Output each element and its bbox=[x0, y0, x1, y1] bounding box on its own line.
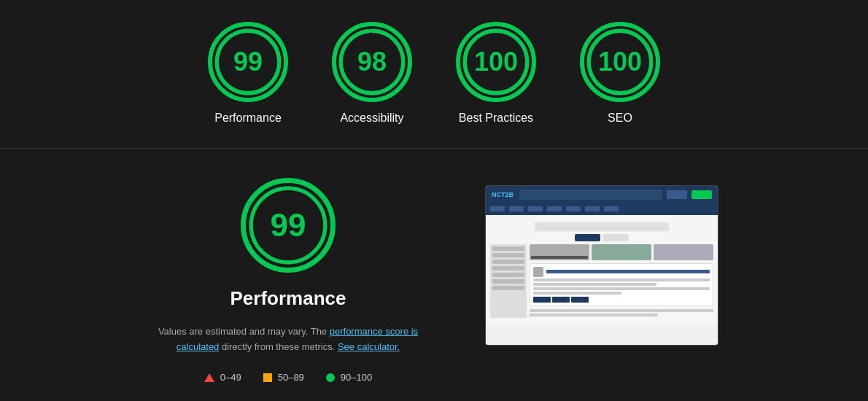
fail-icon bbox=[204, 373, 214, 382]
score-circle-accessibility: 98 bbox=[332, 22, 412, 102]
legend-average: 50–89 bbox=[263, 372, 304, 383]
score-circle-best-practices: 100 bbox=[456, 22, 536, 102]
bottom-text-2 bbox=[530, 314, 658, 316]
page-title-bar bbox=[535, 222, 669, 231]
nav-link-7 bbox=[604, 206, 619, 211]
score-item-best-practices: 100 Best Practices bbox=[456, 22, 536, 126]
nav-link-1 bbox=[490, 206, 505, 211]
sidebar-item-4 bbox=[492, 266, 524, 270]
website-screenshot: NCT2B bbox=[485, 185, 718, 346]
score-value-seo: 100 bbox=[598, 47, 642, 77]
fail-range: 0–49 bbox=[220, 372, 241, 383]
sidebar-item-5 bbox=[492, 273, 524, 277]
score-circle-seo: 100 bbox=[580, 22, 660, 102]
score-label-seo: SEO bbox=[608, 111, 632, 126]
detail-section: 99 Performance Values are estimated and … bbox=[0, 149, 868, 401]
result-card bbox=[530, 263, 713, 306]
nav-link-3 bbox=[528, 206, 543, 211]
result-btn-3 bbox=[571, 297, 589, 303]
score-circle-performance: 99 bbox=[208, 22, 288, 102]
result-btn-2 bbox=[552, 297, 570, 303]
result-title-bar bbox=[546, 270, 710, 273]
sidebar-item-3 bbox=[492, 260, 524, 264]
result-btn-group bbox=[533, 297, 710, 303]
detail-score-circle: 99 bbox=[241, 178, 336, 273]
sidebar-item-1 bbox=[492, 246, 524, 251]
pass-range: 90–100 bbox=[341, 372, 372, 383]
result-text-4 bbox=[533, 292, 621, 295]
detail-title: Performance bbox=[230, 287, 346, 310]
score-item-seo: 100 SEO bbox=[580, 22, 660, 126]
sidebar-item-7 bbox=[492, 286, 524, 290]
bottom-text-1 bbox=[530, 309, 713, 312]
score-value-accessibility: 98 bbox=[357, 47, 387, 77]
filter-tab-1 bbox=[575, 234, 600, 241]
browser-logo: NCT2B bbox=[492, 191, 514, 198]
sidebar-fake bbox=[490, 244, 527, 318]
average-icon bbox=[263, 373, 272, 382]
score-value-performance: 99 bbox=[233, 47, 263, 77]
browser-btn-2 bbox=[691, 190, 712, 199]
desc-start-text: Values are estimated and may vary. The bbox=[158, 326, 327, 337]
sidebar-item-2 bbox=[492, 253, 524, 257]
browser-chrome-bar: NCT2B bbox=[486, 186, 718, 203]
detail-score-value: 99 bbox=[271, 207, 306, 244]
desc-mid-text: directly from these metrics. bbox=[222, 341, 335, 352]
sidebar-item-6 bbox=[492, 279, 524, 284]
legend-pass: 90–100 bbox=[326, 372, 372, 383]
pass-icon bbox=[326, 373, 335, 382]
legend-section: 0–49 50–89 90–100 bbox=[204, 372, 372, 383]
nav-link-6 bbox=[585, 206, 600, 211]
score-value-best-practices: 100 bbox=[474, 47, 518, 77]
result-text-2 bbox=[533, 283, 656, 286]
detail-description: Values are estimated and may vary. The p… bbox=[150, 324, 427, 355]
legend-fail: 0–49 bbox=[204, 372, 241, 383]
screenshot-inner: NCT2B bbox=[486, 186, 718, 345]
result-text-3 bbox=[533, 287, 710, 290]
detail-left-panel: 99 Performance Values are estimated and … bbox=[150, 178, 427, 384]
nav-link-4 bbox=[547, 206, 562, 211]
result-card-header bbox=[533, 267, 710, 277]
page-content-area bbox=[486, 215, 718, 325]
result-avatar bbox=[533, 267, 543, 277]
nav-link-2 bbox=[509, 206, 524, 211]
result-btn-1 bbox=[533, 297, 551, 303]
score-item-performance: 99 Performance bbox=[208, 22, 288, 126]
main-content-area bbox=[530, 244, 713, 318]
browser-address-bar bbox=[519, 190, 662, 200]
score-item-accessibility: 98 Accessibility bbox=[332, 22, 412, 126]
top-scores-section: 99 Performance 98 Accessibility 100 Best… bbox=[0, 0, 868, 149]
filter-tab-2 bbox=[603, 234, 629, 241]
browser-btn-1 bbox=[667, 190, 687, 199]
average-range: 50–89 bbox=[278, 372, 304, 383]
result-text-1 bbox=[533, 279, 710, 281]
thumbnail-row bbox=[530, 244, 713, 260]
calculator-link[interactable]: See calculator. bbox=[338, 341, 400, 352]
content-row bbox=[490, 244, 713, 318]
score-label-accessibility: Accessibility bbox=[340, 111, 403, 126]
score-label-best-practices: Best Practices bbox=[459, 111, 533, 126]
nav-link-5 bbox=[566, 206, 581, 211]
score-label-performance: Performance bbox=[214, 111, 282, 126]
site-navigation-bar bbox=[486, 203, 718, 215]
